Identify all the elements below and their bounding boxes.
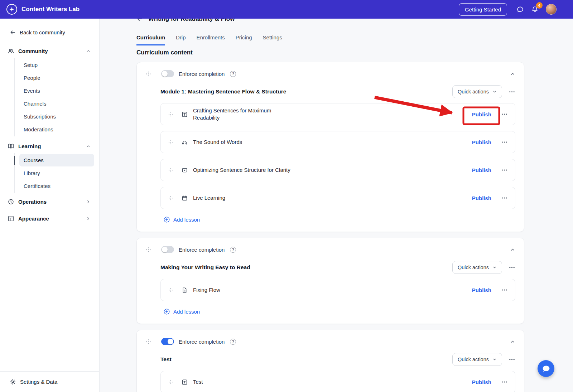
chevron-down-icon <box>492 89 497 94</box>
chevron-down-icon <box>492 265 497 270</box>
settings-and-data-label: Settings & Data <box>20 379 57 385</box>
drag-handle-icon[interactable] <box>168 168 173 173</box>
module-3-controls-row: Enforce completion <box>145 338 515 345</box>
tab-pricing[interactable]: Pricing <box>236 34 252 45</box>
quick-actions-button[interactable]: Quick actions <box>452 85 502 98</box>
quick-actions-label: Quick actions <box>458 357 489 362</box>
lesson-row[interactable]: Test Publish <box>160 371 515 392</box>
chevron-right-icon <box>86 216 91 221</box>
sidebar-item-courses[interactable]: Courses <box>19 154 94 166</box>
notifications-icon[interactable]: 4 <box>531 6 539 13</box>
lesson-title: Crafting Sentences for Maximum Readabili… <box>193 107 278 122</box>
community-brand[interactable]: Content Writers Lab <box>6 4 80 15</box>
lesson-row[interactable]: Live Learning Publish <box>160 187 515 209</box>
sidebar-section-community[interactable]: Community <box>0 44 99 58</box>
tab-enrollments[interactable]: Enrollments <box>197 34 225 45</box>
drag-handle-icon[interactable] <box>168 195 173 201</box>
publish-button[interactable]: Publish <box>472 111 491 117</box>
add-lesson-button[interactable]: Add lesson <box>163 308 200 315</box>
more-options-icon[interactable] <box>509 356 515 363</box>
sidebar-item-appearance-label: Appearance <box>18 216 49 222</box>
lesson-row[interactable]: The Sound of Words Publish <box>160 131 515 153</box>
community-logo-icon <box>6 4 17 15</box>
appearance-icon <box>8 215 14 222</box>
module-title: Module 1: Mastering Sentence Flow & Stru… <box>160 88 286 95</box>
quick-actions-button[interactable]: Quick actions <box>452 353 502 366</box>
module-1-lessons: Crafting Sentences for Maximum Readabili… <box>160 103 515 209</box>
help-icon[interactable] <box>230 339 236 345</box>
sidebar-item-setup[interactable]: Setup <box>19 59 94 71</box>
more-options-icon[interactable] <box>501 195 508 201</box>
module-1-title-row: Module 1: Mastering Sentence Flow & Stru… <box>145 85 515 98</box>
lesson-row[interactable]: Crafting Sentences for Maximum Readabili… <box>160 103 515 125</box>
lesson-title: Live Learning <box>193 194 225 202</box>
sidebar-section-learning[interactable]: Learning <box>0 139 99 153</box>
help-icon[interactable] <box>230 71 236 77</box>
sidebar-item-certificates[interactable]: Certificates <box>19 180 94 192</box>
module-2-title-row: Making Your Writing Easy to Read Quick a… <box>145 261 515 274</box>
sidebar-item-operations[interactable]: Operations <box>0 194 99 210</box>
back-to-community-link[interactable]: Back to community <box>0 19 99 41</box>
sidebar-item-channels[interactable]: Channels <box>19 97 94 110</box>
tab-settings[interactable]: Settings <box>263 34 282 45</box>
settings-and-data-link[interactable]: Settings & Data <box>0 371 99 392</box>
publish-button[interactable]: Publish <box>472 167 491 173</box>
module-card-2: Enforce completion Making Your Writing E… <box>136 238 524 324</box>
lesson-row[interactable]: Fixing Flow Publish <box>160 279 515 301</box>
drag-handle-icon[interactable] <box>168 287 173 293</box>
messages-icon[interactable] <box>516 6 524 13</box>
topbar-actions: Getting Started 4 <box>459 3 557 16</box>
collapse-module-icon[interactable] <box>510 247 515 252</box>
learning-items: Courses Library Certificates <box>14 153 99 193</box>
community-name: Content Writers Lab <box>21 6 80 13</box>
drag-handle-icon[interactable] <box>145 71 151 77</box>
sidebar-section-learning-label: Learning <box>18 143 41 149</box>
more-options-icon[interactable] <box>501 167 508 173</box>
more-options-icon[interactable] <box>501 379 508 385</box>
publish-button[interactable]: Publish <box>472 379 491 385</box>
tab-drip[interactable]: Drip <box>176 34 186 45</box>
lesson-row[interactable]: Optimizing Sentence Structure for Clarit… <box>160 159 515 181</box>
drag-handle-icon[interactable] <box>168 140 173 145</box>
sidebar-item-appearance[interactable]: Appearance <box>0 210 99 227</box>
more-options-icon[interactable] <box>501 287 508 293</box>
community-items: Setup People Events Channels Subscriptio… <box>14 58 99 136</box>
chat-launcher-button[interactable] <box>538 360 554 377</box>
drag-handle-icon[interactable] <box>145 247 151 253</box>
publish-button[interactable]: Publish <box>472 195 491 201</box>
add-lesson-button[interactable]: Add lesson <box>163 216 200 223</box>
more-options-icon[interactable] <box>501 111 508 117</box>
getting-started-button[interactable]: Getting Started <box>459 3 507 16</box>
more-options-icon[interactable] <box>509 264 515 271</box>
app-window: Content Writers Lab Getting Started 4 Ba… <box>0 0 573 392</box>
course-tabs: Curriculum Drip Enrollments Pricing Sett… <box>136 19 524 45</box>
operations-icon <box>8 198 14 205</box>
sidebar-section-community-label: Community <box>18 48 48 54</box>
sidebar-item-moderations[interactable]: Moderations <box>19 123 94 136</box>
collapse-module-icon[interactable] <box>510 71 515 77</box>
help-icon[interactable] <box>230 247 236 253</box>
quick-actions-button[interactable]: Quick actions <box>452 261 502 274</box>
tab-curriculum[interactable]: Curriculum <box>136 34 165 45</box>
drag-handle-icon[interactable] <box>145 339 151 345</box>
chevron-down-icon <box>492 357 497 362</box>
sidebar-item-people[interactable]: People <box>19 72 94 84</box>
plus-circle-icon <box>163 308 170 315</box>
module-title: Making Your Writing Easy to Read <box>160 264 250 271</box>
sidebar-item-subscriptions[interactable]: Subscriptions <box>19 110 94 123</box>
enforce-completion-toggle[interactable] <box>161 70 174 77</box>
enforce-completion-toggle[interactable] <box>161 338 174 345</box>
enforce-completion-toggle[interactable] <box>161 246 174 253</box>
enforce-completion-label: Enforce completion <box>179 71 225 77</box>
drag-handle-icon[interactable] <box>168 379 173 385</box>
lesson-title: Fixing Flow <box>193 286 220 294</box>
publish-button[interactable]: Publish <box>472 287 491 293</box>
more-options-icon[interactable] <box>501 139 508 145</box>
drag-handle-icon[interactable] <box>168 112 173 117</box>
sidebar-item-library[interactable]: Library <box>19 167 94 179</box>
publish-button[interactable]: Publish <box>472 139 491 145</box>
collapse-module-icon[interactable] <box>510 339 515 344</box>
user-avatar[interactable] <box>546 4 557 15</box>
sidebar-item-events[interactable]: Events <box>19 84 94 97</box>
more-options-icon[interactable] <box>509 88 515 95</box>
